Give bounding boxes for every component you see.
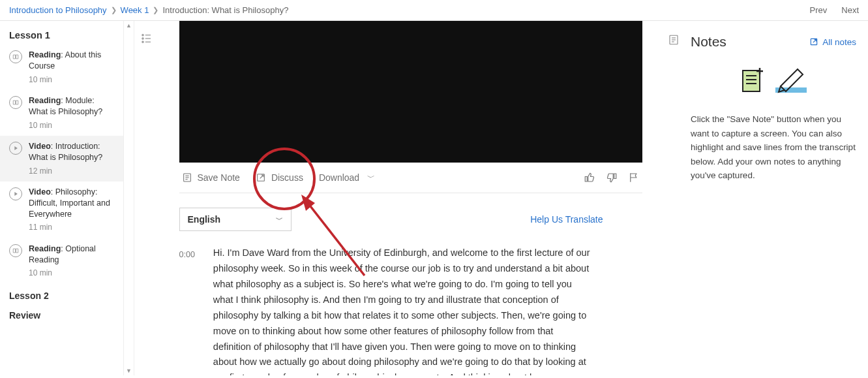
save-note-label: Save Note (198, 172, 240, 183)
download-label: Download (319, 172, 359, 183)
outline-toggle[interactable] (134, 21, 159, 375)
scroll-up-icon: ▲ (126, 22, 132, 29)
content-area: Save Note Discuss Download ﹀ En (159, 21, 662, 375)
save-note-button[interactable]: Save Note (182, 172, 240, 183)
scroll-down-icon: ▼ (126, 368, 132, 374)
sidebar-item-video-difficult[interactable]: Video: Philosophy: Difficult, Important … (0, 181, 123, 238)
transcript-timestamp[interactable]: 0:00 (179, 245, 195, 375)
lesson-sidebar: Lesson 1 Reading: About this Course 10 m… (0, 21, 124, 375)
download-button[interactable]: Download (319, 172, 359, 183)
sidebar-item-body: Video: Introduction: What is Philosophy?… (29, 141, 114, 176)
page-nav: Prev Next (810, 5, 859, 15)
svg-point-0 (142, 35, 143, 36)
sidebar-item-video-intro[interactable]: Video: Introduction: What is Philosophy?… (0, 136, 123, 181)
sidebar-scrollbar[interactable]: ▲ ▼ (124, 21, 134, 375)
breadcrumb-course-link[interactable]: Introduction to Philosophy (9, 5, 107, 15)
flag-icon[interactable] (628, 172, 640, 183)
chevron-right-icon: ❯ (153, 6, 158, 14)
notes-panel: Notes All notes Click the "Save Note" bu… (685, 21, 868, 375)
notes-help-text: Click the "Save Note" button when you wa… (691, 112, 856, 183)
note-icon (182, 172, 192, 183)
notepad-plus-icon (740, 67, 765, 94)
language-row: English ﹀ Help Us Translate (179, 208, 642, 231)
note-icon (668, 34, 680, 46)
thumbs-down-icon[interactable] (606, 172, 618, 183)
all-notes-label: All notes (822, 37, 856, 47)
sidebar-item-body: Reading: Optional Reading 10 min (29, 244, 114, 279)
breadcrumb-current: Introduction: What is Philosophy? (162, 5, 288, 15)
breadcrumb-week-link[interactable]: Week 1 (121, 5, 149, 15)
notes-toggle[interactable] (662, 21, 685, 375)
notes-illustration (691, 67, 856, 94)
play-icon (9, 187, 22, 200)
breadcrumb: Introduction to Philosophy ❯ Week 1 ❯ In… (9, 5, 288, 15)
svg-rect-19 (743, 71, 760, 91)
sidebar-item-body: Reading: Module: What is Philosophy? 10 … (29, 95, 114, 131)
svg-point-4 (142, 41, 143, 42)
sidebar-item-reading-optional[interactable]: Reading: Optional Reading 10 min (0, 238, 123, 284)
lesson-1-heading: Lesson 1 (0, 30, 123, 44)
next-button[interactable]: Next (841, 5, 859, 15)
notes-title: Notes (691, 34, 726, 50)
feedback-icons (584, 172, 640, 183)
review-heading[interactable]: Review (0, 304, 123, 323)
sidebar-item-body: Reading: About this Course 10 min (29, 50, 114, 85)
external-link-icon (256, 172, 266, 183)
list-icon (141, 33, 153, 44)
discuss-button[interactable]: Discuss (256, 172, 303, 183)
lesson-2-heading[interactable]: Lesson 2 (0, 284, 123, 304)
language-value: English (188, 214, 221, 225)
external-link-icon (809, 37, 818, 46)
main-layout: Lesson 1 Reading: About this Course 10 m… (0, 21, 868, 375)
sidebar-item-reading-about[interactable]: Reading: About this Course 10 min (0, 44, 123, 90)
book-icon (9, 50, 22, 63)
discuss-label: Discuss (271, 172, 303, 183)
video-player[interactable] (179, 21, 642, 163)
pencil-highlight-icon (775, 67, 807, 94)
play-icon (9, 142, 22, 155)
help-translate-link[interactable]: Help Us Translate (530, 214, 603, 225)
chevron-down-icon[interactable]: ﹀ (367, 172, 375, 183)
thumbs-up-icon[interactable] (584, 172, 595, 183)
sidebar-item-reading-module[interactable]: Reading: Module: What is Philosophy? 10 … (0, 90, 123, 136)
prev-button[interactable]: Prev (810, 5, 828, 15)
chevron-right-icon: ❯ (111, 6, 117, 14)
video-toolbar: Save Note Discuss Download ﹀ (179, 163, 642, 193)
all-notes-link[interactable]: All notes (809, 37, 856, 47)
transcript: 0:00 Hi. I'm Dave Ward from the Universi… (179, 245, 642, 375)
language-select[interactable]: English ﹀ (179, 208, 292, 231)
book-icon (9, 244, 22, 257)
transcript-text[interactable]: Hi. I'm Dave Ward from the University of… (213, 245, 591, 375)
chevron-down-icon: ﹀ (276, 215, 283, 225)
book-icon (9, 96, 22, 109)
svg-point-2 (142, 38, 143, 39)
top-bar: Introduction to Philosophy ❯ Week 1 ❯ In… (0, 0, 868, 21)
sidebar-item-body: Video: Philosophy: Difficult, Important … (29, 187, 114, 233)
